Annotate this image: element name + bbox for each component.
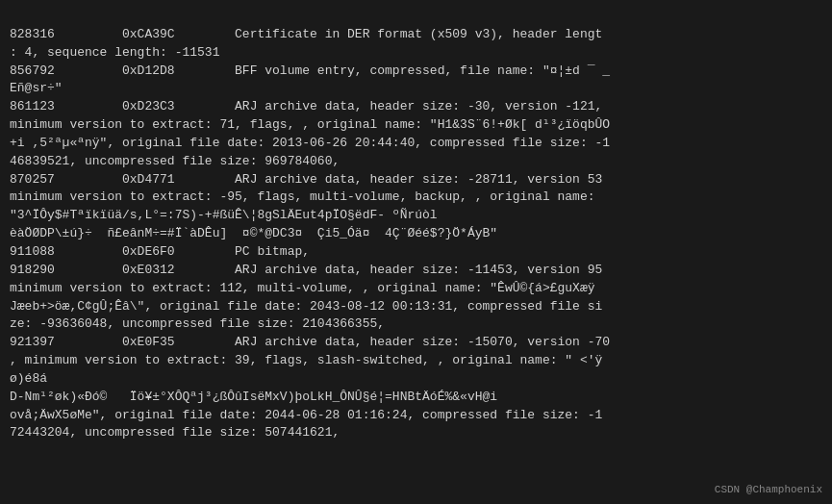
terminal-line: minimum version to extract: 112, multi-v… xyxy=(10,280,822,298)
terminal-line: 870257 0xD4771 ARJ archive data, header … xyxy=(10,171,822,189)
terminal-line: ze: -93636048, uncompressed file size: 2… xyxy=(10,315,822,334)
terminal-line: minimum version to extract: 71, flags, ,… xyxy=(10,116,822,135)
terminal-line: 828316 0xCA39C Certificate in DER format… xyxy=(10,26,822,44)
terminal-line: Jæeb+>öæ,C¢gÛ;Êâ\", original file date: … xyxy=(10,298,822,316)
terminal-line: : 4, sequence length: -11531 xyxy=(10,44,822,63)
terminal-line: , minimum version to extract: 39, flags,… xyxy=(10,352,822,370)
terminal-output: 828316 0xCA39C Certificate in DER format… xyxy=(10,8,822,442)
terminal-line: +i ,5²ªµ«ªnÿ", original file date: 2013-… xyxy=(10,135,822,153)
terminal-line: "3^ÏÔy$#Tªïkïüä/s,L°=:7S)-+#ßüÊ\¦8gSlÄEu… xyxy=(10,207,822,225)
terminal-line: 46839521, uncompressed file size: 969784… xyxy=(10,153,822,171)
terminal-line: 911088 0xDE6F0 PC bitmap, xyxy=(10,243,822,262)
terminal-line: 921397 0xE0F35 ARJ archive data, header … xyxy=(10,334,822,352)
terminal-line: 72443204, uncompressed file size: 507441… xyxy=(10,424,822,442)
terminal-line: ovå;ÄwX5øMe", original file date: 2044-0… xyxy=(10,407,822,425)
terminal-line: 856792 0xD12D8 BFF volume entry, compres… xyxy=(10,63,822,81)
terminal-line: minimum version to extract: -95, flags, … xyxy=(10,189,822,207)
terminal-line: 861123 0xD23C3 ARJ archive data, header … xyxy=(10,98,822,116)
terminal-line: 918290 0xE0312 ARJ archive data, header … xyxy=(10,262,822,280)
terminal-line: D-Nm¹²øk)«Ðó© Ïö¥±°XÔQªj³¿ßÔûIsëMxV)þoLk… xyxy=(10,389,822,407)
terminal-line: ø)é8á xyxy=(10,370,822,389)
watermark-label: CSDN @Champhoenix xyxy=(715,483,822,498)
terminal-line: èàÖØDP\±ú}÷ ñ£eânM÷=#Ï`àDÊu] ¤©*@DC3¤ Çi… xyxy=(10,225,822,243)
terminal-line: Eñ@sr÷" xyxy=(10,80,822,98)
